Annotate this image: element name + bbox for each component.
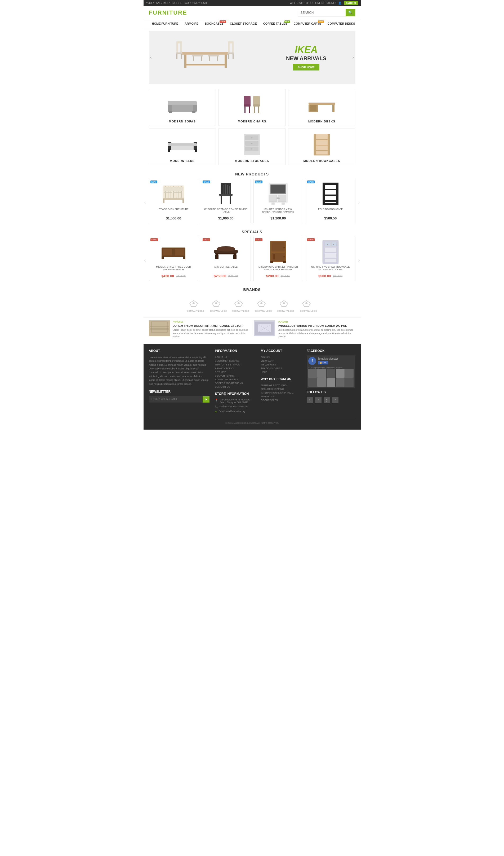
footer-link-about-us[interactable]: ABOUT US — [215, 355, 255, 359]
product-name-crib: BY AFG BABY FURNITURE — [152, 208, 196, 215]
brand-logo-6[interactable]: COMPANY LOGO — [300, 298, 317, 312]
brand-logo-5[interactable]: COMPANY LOGO — [277, 298, 294, 312]
hero-shop-button[interactable]: SHOP NOW! — [293, 64, 320, 70]
nav-item-home-furniture[interactable]: HOME FURNITURE — [149, 19, 182, 28]
product-card-dining-chair[interactable]: SALE CAROLINA COTTAGE PRAIRIE DINING TAB… — [201, 179, 251, 223]
product-image-bench — [152, 240, 196, 263]
footer-link-affiliates[interactable]: AFFILIATES — [260, 395, 301, 398]
category-modern-desks[interactable]: MODERN DESKS — [288, 89, 355, 126]
footer-link-template-settings[interactable]: TEMPLATE SETTINGS — [215, 363, 255, 367]
product-card-coffee-table[interactable]: SALE AMY COFFEE TABLE $250.00 $300.00 — [201, 237, 251, 281]
brand-logo-1[interactable]: COMPANY LOGO — [187, 298, 204, 312]
fb-like-button[interactable]: 👍 Like — [318, 361, 328, 364]
svg-rect-35 — [258, 107, 259, 113]
footer-link-orders-returns[interactable]: ORDERS AND RETURNS — [215, 381, 255, 385]
category-modern-beds[interactable]: MODERN BEDS — [149, 128, 216, 165]
nav-item-computer-carts[interactable]: COMPUTER CARTS NEW — [290, 19, 324, 28]
blog-text-2: Lorem ipsum dolor sit amet conse ctetur … — [278, 328, 356, 338]
newsletter-submit-button[interactable]: ➤ — [203, 396, 210, 403]
cart-button[interactable]: CART 0 — [344, 1, 358, 5]
product-card-storage-bench[interactable]: SALE MISSION STYLE THREE DOOR STORAGE BE… — [149, 237, 199, 281]
search-input[interactable] — [298, 9, 346, 16]
svg-rect-13 — [228, 52, 234, 54]
footer-link-sign-in[interactable]: SIGN IN — [260, 355, 301, 359]
logo[interactable]: FURNITURE — [149, 9, 187, 16]
nav-item-closet-storage[interactable]: CLOSET STORAGE — [227, 19, 260, 28]
newsletter-form: ➤ — [149, 396, 210, 403]
category-modern-sofas[interactable]: MODERN SOFAS — [149, 89, 216, 126]
rss-social-icon[interactable]: r — [332, 397, 339, 403]
footer-link-wishlist[interactable]: MY WISHLIST — [260, 363, 301, 367]
newsletter-email-input[interactable] — [149, 396, 203, 403]
category-modern-storages[interactable]: MODERN STORAGES — [218, 128, 286, 165]
store-address: 📍 My Company, 4578 Marmora Road, Glasgow… — [215, 398, 255, 404]
blog-title-2[interactable]: PHASELLUS VARIUS INTER DUM LOREM AC PUL — [278, 324, 356, 327]
product-price-bench: $420.00 $456.00 — [152, 274, 196, 278]
blog-title-1[interactable]: LOREM IPSUM DOLOR SIT AMET CONSE CTETUR — [173, 324, 250, 327]
footer-info-links: ABOUT US CUSTOMER SERVICE TEMPLATE SETTI… — [215, 355, 255, 389]
footer-link-advanced-search[interactable]: ADVANCED SEARCH — [215, 378, 255, 381]
new-products-prev[interactable]: ‹ — [144, 199, 146, 205]
brand-logo-4[interactable]: COMPANY LOGO — [255, 298, 272, 312]
svg-rect-26 — [169, 111, 172, 113]
nav-item-coffee-tables[interactable]: COFFEE TABLES HOT — [260, 19, 290, 28]
footer-link-shipping[interactable]: SHIPPING & RETURNS — [260, 383, 301, 387]
product-card-cpu-cabinet[interactable]: SALE MISSION CPU CABINET - PRINTER STN 1… — [253, 237, 303, 281]
brand-icon-1 — [187, 298, 200, 309]
product-card-tv-armoire[interactable]: SALE SAUDER HARBOR VIEW ENTERTAINMENT AR… — [253, 179, 303, 223]
svg-rect-17 — [193, 56, 194, 61]
footer-account-title: MY ACCOUNT — [260, 349, 301, 353]
specials-next[interactable]: › — [358, 257, 360, 263]
product-price-armoire: $1,200.00 — [256, 216, 300, 220]
product-name-coffee: AMY COFFEE TABLE — [204, 265, 248, 273]
specials-prev[interactable]: ‹ — [144, 257, 146, 263]
language-selector[interactable]: YOUR LANGUAGE: ENGLISH — [146, 2, 182, 4]
search-button[interactable]: 🔍 — [346, 9, 355, 16]
nav-item-armoire[interactable]: ARMOIRE — [181, 19, 201, 28]
svg-rect-63 — [163, 198, 184, 200]
footer-link-group-sales[interactable]: GROUP SALES — [260, 398, 301, 402]
footer-link-track-order[interactable]: TRACK MY ORDER — [260, 367, 301, 370]
twitter-social-icon[interactable]: t — [315, 397, 322, 403]
new-products-title: NEW PRODUCTS — [144, 172, 361, 176]
hero-prev-arrow[interactable]: ‹ — [150, 55, 152, 60]
google-social-icon[interactable]: g — [324, 397, 330, 403]
footer-link-site-map[interactable]: SITE MAP — [215, 370, 255, 374]
footer-why-title: WHY BUY FROM US — [260, 377, 301, 381]
svg-rect-123 — [323, 240, 339, 242]
nav-item-computer-desks[interactable]: COMPUTER DESKS — [324, 19, 358, 28]
category-chairs-label: MODERN CHAIRS — [221, 120, 283, 123]
currency-selector[interactable]: CURRENCY: USD — [185, 2, 207, 4]
svg-rect-84 — [230, 196, 231, 204]
brand-logo-2[interactable]: COMPANY LOGO — [210, 298, 227, 312]
footer-link-privacy-policy[interactable]: PRIVACY POLICY — [215, 367, 255, 370]
nav-item-bookcases[interactable]: BOOKCASES SALE — [201, 19, 227, 28]
footer-link-view-cart[interactable]: VIEW CART — [260, 359, 301, 363]
badge-new: NEW — [318, 20, 324, 23]
product-image-glass — [308, 240, 353, 263]
footer-link-search-terms[interactable]: SEARCH TERMS — [215, 374, 255, 378]
svg-rect-126 — [323, 252, 339, 254]
account-icon[interactable]: 👤 — [338, 2, 341, 4]
product-card-crib[interactable]: NEW BY AFG BABY FURNITURE $1,500.00 — [149, 179, 199, 223]
footer-link-secure[interactable]: SECURE SHOPPING — [260, 387, 301, 391]
product-badge-armoire: SALE — [255, 180, 263, 184]
category-modern-bookcases[interactable]: MODERN BOOKCASES — [288, 128, 355, 165]
product-card-bookcase[interactable]: SALE FOLDING BOOKCASE $500.50 — [306, 179, 356, 223]
hero-furniture-svg — [174, 36, 237, 78]
svg-rect-96 — [323, 182, 339, 185]
footer-link-international[interactable]: INTERNATIONAL SHIPPING... — [260, 391, 301, 395]
footer-link-contact-us[interactable]: CONTACT US — [215, 385, 255, 389]
product-card-glass-bookcase[interactable]: SALE OXFORD FIVE SHELF BOOKCASE WITH GLA… — [306, 237, 356, 281]
footer-link-customer-service[interactable]: CUSTOMER SERVICE — [215, 359, 255, 363]
hero-next-arrow[interactable]: › — [353, 55, 354, 60]
svg-rect-20 — [209, 56, 210, 61]
new-products-next[interactable]: › — [358, 199, 360, 205]
blog-item-2: 7/04/2015 PHASELLUS VARIUS INTER DUM LOR… — [254, 320, 356, 338]
svg-rect-6 — [176, 41, 182, 43]
svg-rect-119 — [283, 261, 286, 263]
category-modern-chairs[interactable]: MODERN CHAIRS — [218, 89, 286, 126]
brand-logo-3[interactable]: COMPANY LOGO — [232, 298, 249, 312]
facebook-social-icon[interactable]: f — [307, 397, 313, 403]
footer-link-help[interactable]: HELP — [260, 370, 301, 374]
